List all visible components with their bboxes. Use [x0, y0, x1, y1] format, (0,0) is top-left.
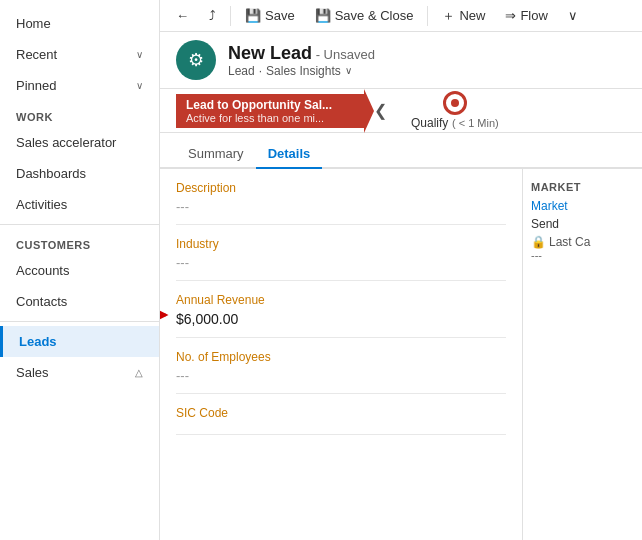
sidebar-item-home-label: Home — [16, 16, 51, 31]
sidebar-item-recent[interactable]: Recent ∨ — [0, 39, 159, 70]
field-sic-code: SIC Code — [176, 406, 506, 435]
record-name-row: New Lead - Unsaved — [228, 43, 375, 64]
tabs: Summary Details — [160, 133, 642, 169]
lead-banner: Lead to Opportunity Sal... Active for le… — [176, 94, 366, 128]
qualify-label: Qualify — [411, 116, 448, 130]
content-area: Description --- Industry --- Annual R — [160, 169, 642, 540]
last-ca-label: Last Ca — [549, 235, 590, 249]
new-button[interactable]: ＋ New — [434, 4, 493, 28]
breadcrumb-lead[interactable]: Lead — [228, 64, 255, 78]
right-panel-header: MARKET — [531, 181, 634, 193]
last-ca-value: --- — [531, 249, 634, 261]
field-description-value[interactable]: --- — [176, 197, 506, 216]
chevron-up-icon: △ — [135, 367, 143, 378]
qualify-stage: Qualify ( < 1 Min) — [411, 91, 499, 130]
sidebar-item-accounts[interactable]: Accounts — [0, 255, 159, 286]
red-arrow-icon — [160, 300, 171, 330]
sidebar-item-activities[interactable]: Activities — [0, 189, 159, 220]
sidebar-item-pinned[interactable]: Pinned ∨ — [0, 70, 159, 101]
qualify-circle — [443, 91, 467, 115]
plus-icon: ＋ — [442, 7, 455, 25]
sidebar-item-sales[interactable]: Sales △ — [0, 357, 159, 388]
field-industry-label: Industry — [176, 237, 506, 251]
sidebar-section-customers: Customers — [0, 229, 159, 255]
qualify-time: ( < 1 Min) — [452, 117, 499, 129]
save-close-icon: 💾 — [315, 8, 331, 23]
share-button[interactable]: ⤴ — [201, 5, 224, 26]
flow-chevron-button[interactable]: ∨ — [560, 5, 586, 26]
breadcrumb-separator: · — [259, 64, 262, 78]
sidebar-item-dashboards[interactable]: Dashboards — [0, 158, 159, 189]
toolbar: ← ⤴ 💾 Save 💾 Save & Close ＋ New ⇒ Flow ∨ — [160, 0, 642, 32]
qualify-label-row: Qualify ( < 1 Min) — [411, 115, 499, 130]
sidebar-divider-2 — [0, 321, 159, 322]
tab-summary[interactable]: Summary — [176, 140, 256, 169]
record-name: New Lead — [228, 43, 312, 63]
last-ca-row: 🔒 Last Ca — [531, 235, 634, 249]
field-sic-code-label: SIC Code — [176, 406, 506, 420]
field-annual-revenue-label: Annual Revenue — [176, 293, 506, 307]
field-no-of-employees-label: No. of Employees — [176, 350, 506, 364]
lock-icon: 🔒 — [531, 235, 546, 249]
sidebar-divider — [0, 224, 159, 225]
field-annual-revenue-value[interactable]: $6,000.00 — [176, 309, 506, 329]
send-label: Send — [531, 217, 634, 231]
sidebar-item-leads-label: Leads — [19, 334, 57, 349]
toolbar-separator — [230, 6, 231, 26]
sidebar-item-sales-accelerator[interactable]: Sales accelerator — [0, 127, 159, 158]
sidebar-item-sales-label: Sales — [16, 365, 49, 380]
field-description-label: Description — [176, 181, 506, 195]
right-panel: MARKET Market Send 🔒 Last Ca --- — [522, 169, 642, 540]
sidebar-item-contacts-label: Contacts — [16, 294, 67, 309]
toolbar-separator-2 — [427, 6, 428, 26]
flow-icon: ⇒ — [505, 8, 516, 23]
sidebar-item-home[interactable]: Home — [0, 8, 159, 39]
chevron-down-icon: ∨ — [136, 80, 143, 91]
sidebar: Home Recent ∨ Pinned ∨ Work Sales accele… — [0, 0, 160, 540]
sidebar-item-activities-label: Activities — [16, 197, 67, 212]
form-section: Description --- Industry --- Annual R — [160, 169, 522, 540]
sidebar-item-leads[interactable]: Leads — [0, 326, 159, 357]
field-industry-value[interactable]: --- — [176, 253, 506, 272]
sidebar-item-pinned-label: Pinned — [16, 78, 56, 93]
field-sic-code-value[interactable] — [176, 422, 506, 426]
field-no-of-employees-value[interactable]: --- — [176, 366, 506, 385]
chevron-left-icon: ❮ — [374, 102, 387, 119]
tab-details[interactable]: Details — [256, 140, 323, 169]
sidebar-section-work: Work — [0, 101, 159, 127]
market-link[interactable]: Market — [531, 199, 634, 213]
record-header: ⚙ New Lead - Unsaved Lead · Sales Insigh… — [160, 32, 642, 89]
banner-title: Lead to Opportunity Sal... — [186, 98, 356, 112]
save-icon: 💾 — [245, 8, 261, 23]
avatar-icon: ⚙ — [188, 49, 204, 71]
banner-sub: Active for less than one mi... — [186, 112, 356, 124]
breadcrumb: Lead · Sales Insights ∨ — [228, 64, 375, 78]
avatar: ⚙ — [176, 40, 216, 80]
field-industry: Industry --- — [176, 237, 506, 281]
sidebar-item-recent-label: Recent — [16, 47, 57, 62]
record-title-area: New Lead - Unsaved Lead · Sales Insights… — [228, 43, 375, 78]
chevron-down-icon: ∨ — [136, 49, 143, 60]
back-icon: ← — [176, 8, 189, 23]
sidebar-item-sales-accelerator-label: Sales accelerator — [16, 135, 116, 150]
record-unsaved: - Unsaved — [316, 47, 375, 62]
back-button[interactable]: ← — [168, 5, 197, 26]
stage-nav-button[interactable]: ❮ — [366, 101, 395, 120]
share-icon: ⤴ — [209, 8, 216, 23]
sidebar-item-accounts-label: Accounts — [16, 263, 69, 278]
progress-bar-container: Lead to Opportunity Sal... Active for le… — [160, 89, 642, 133]
breadcrumb-sales-insights[interactable]: Sales Insights — [266, 64, 341, 78]
sidebar-item-contacts[interactable]: Contacts — [0, 286, 159, 317]
qualify-inner — [451, 99, 459, 107]
field-no-of-employees: No. of Employees --- — [176, 350, 506, 394]
save-button[interactable]: 💾 Save — [237, 5, 303, 26]
main-content: ← ⤴ 💾 Save 💾 Save & Close ＋ New ⇒ Flow ∨… — [160, 0, 642, 540]
sidebar-item-dashboards-label: Dashboards — [16, 166, 86, 181]
flow-button[interactable]: ⇒ Flow — [497, 5, 555, 26]
save-close-button[interactable]: 💾 Save & Close — [307, 5, 422, 26]
field-description: Description --- — [176, 181, 506, 225]
field-annual-revenue: Annual Revenue $6,000.00 — [176, 293, 506, 338]
chevron-down-icon: ∨ — [568, 8, 578, 23]
breadcrumb-dropdown-icon[interactable]: ∨ — [345, 65, 352, 76]
